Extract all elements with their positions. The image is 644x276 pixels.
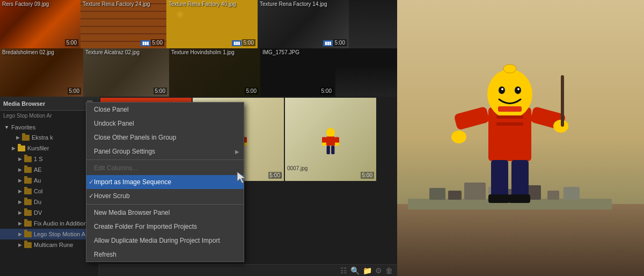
item-arrow: ▶ [18, 178, 22, 183]
thumbnail-row-2: Bredalsholmen 02.jpg 5:00 Texture Alcatr… [0, 48, 397, 97]
svg-rect-57 [511, 160, 529, 198]
status-icon-group: ☷ 🔍 📁 ⚙ 🗑 [340, 266, 393, 275]
item-label: 1 S [34, 156, 43, 162]
item-arrow: ▶ [18, 156, 22, 162]
thumb-item[interactable]: Texture Rena Factory 40.jpg 5:00 ▮▮▮ [166, 0, 258, 48]
menu-item-close-other-panels[interactable]: Close Other Panels in Group [86, 130, 244, 144]
menu-item-close-panel[interactable]: Close Panel [86, 103, 244, 117]
menu-item-undock-panel[interactable]: Undock Panel [86, 117, 244, 130]
sidebar-item[interactable]: ▶ Multicam Rune [0, 239, 99, 250]
menu-item-panel-group-settings[interactable]: Panel Group Settings ▶ [86, 144, 244, 158]
thumb-item[interactable]: Texture Alcatraz 02.jpg 5:00 [83, 48, 169, 97]
svg-rect-58 [488, 194, 510, 203]
sidebar-item[interactable]: ▶ Kursfiler [0, 143, 99, 154]
menu-item-label: Allow Duplicate Media During Project Imp… [94, 237, 220, 244]
delete-icon[interactable]: 🗑 [385, 266, 393, 275]
left-panel: Rers Factory 09.jpg 5:00 Texture Rena Fa… [0, 0, 397, 276]
folder-icon [22, 135, 30, 141]
sidebar-item[interactable]: ▶ Col [0, 186, 99, 197]
svg-rect-37 [448, 191, 462, 200]
thumb-item[interactable] [349, 0, 397, 48]
menu-item-label: Refresh [94, 251, 116, 258]
sidebar-item[interactable]: ▶ Fix Audio in Addition [0, 218, 99, 229]
panel-title: Media Browser [3, 100, 84, 107]
grid-icon[interactable]: ☷ [340, 266, 347, 275]
sidebar-item[interactable]: ▶ DV [0, 207, 99, 218]
menu-item-allow-duplicate[interactable]: Allow Duplicate Media During Project Imp… [86, 234, 244, 248]
svg-rect-17 [326, 136, 335, 146]
item-label: Au [34, 177, 41, 184]
svg-rect-55 [561, 75, 564, 127]
thumb-item[interactable]: Texture Hovindsholm 1.jpg 5:00 [169, 48, 260, 97]
thumb-label: Texture Rena Factory 40.jpg [169, 1, 236, 7]
item-label: AE [34, 166, 42, 173]
svg-rect-20 [322, 143, 326, 146]
menu-item-new-media-browser[interactable]: New Media Browser Panel [86, 206, 244, 220]
thumb-item[interactable]: Texture Rena Factory 14.jpg 5:00 ▮▮▮ [258, 0, 349, 48]
folder-icon [24, 156, 32, 162]
content-thumb-duration-badge: 5:00 [361, 172, 374, 179]
thumb-duration: 5:00 [245, 88, 258, 95]
item-arrow: ▶ [18, 199, 22, 205]
folder-icon[interactable]: 📁 [363, 266, 372, 275]
settings-icon[interactable]: ⚙ [375, 266, 382, 275]
svg-point-16 [326, 128, 335, 137]
menu-item-label: Close Panel [94, 106, 129, 113]
menu-item-refresh[interactable]: Refresh [86, 248, 244, 262]
item-label: Col [34, 188, 43, 194]
item-arrow: ▶ [16, 135, 20, 140]
favorites-header[interactable]: ▼ Favorites [0, 122, 99, 132]
menu-item-create-folder[interactable]: Create Folder For Imported Projects [86, 220, 244, 234]
menu-item-label: Edit Columns... [94, 164, 137, 172]
thumb-duration: 5:00 [65, 39, 78, 46]
thumb-item[interactable] [335, 48, 397, 97]
check-icon: ✓ [89, 192, 94, 200]
thumb-item[interactable]: Bredalsholmen 02.jpg 5:00 [0, 48, 83, 97]
menu-item-label: Close Other Panels in Group [94, 134, 176, 141]
content-thumb-label: 0007.jpg [287, 165, 308, 171]
item-label: Fix Audio in Addition [34, 220, 87, 227]
item-arrow: ▶ [18, 221, 22, 226]
folder-icon [24, 242, 32, 248]
content-thumb[interactable]: 0007.jpg 5:00 [285, 98, 376, 181]
sidebar-item[interactable]: ▶ Lego Stop Motion Animation [0, 229, 99, 239]
sidebar-item[interactable]: ▶ Ekstra k [0, 132, 99, 143]
item-arrow: ▶ [18, 188, 22, 194]
svg-point-50 [503, 64, 516, 73]
svg-rect-19 [335, 137, 339, 143]
expand-arrow: ▼ [4, 125, 9, 130]
menu-item-edit-columns: Edit Columns... [86, 161, 244, 175]
sidebar-item[interactable]: ▶ 1 S [0, 154, 99, 164]
menu-item-hover-scrub[interactable]: ✓ Hover Scrub [86, 189, 244, 203]
menu-item-label: Panel Group Settings [94, 148, 155, 155]
folder-icon [24, 210, 32, 216]
check-icon: ✓ [89, 178, 94, 186]
thumb-item[interactable]: IMG_1757.JPG 5:00 [260, 48, 335, 97]
svg-rect-21 [335, 143, 339, 146]
panel-header[interactable]: Media Browser ☰ [0, 97, 99, 111]
menu-item-import-image-sequence[interactable]: ✓ Import as Image Sequence [86, 175, 244, 189]
svg-rect-34 [397, 204, 644, 276]
thumbnail-row-1: Rers Factory 09.jpg 5:00 Texture Rena Fa… [0, 0, 397, 48]
svg-rect-38 [464, 183, 486, 200]
submenu-arrow: ▶ [235, 149, 239, 155]
thumb-label: Texture Rena Factory 14.jpg [260, 1, 327, 7]
sidebar: Media Browser ☰ Lego Stop Motion Ar ▼ Fa… [0, 97, 99, 276]
thumb-badge: ▮▮▮ [141, 40, 150, 46]
item-arrow: ▶ [18, 167, 22, 172]
sidebar-item[interactable]: ▶ Du [0, 197, 99, 207]
thumb-item[interactable]: Texture Rena Factory 24.jpg 5:00 ▮▮▮ [80, 0, 166, 48]
thumb-item[interactable]: Rers Factory 09.jpg 5:00 [0, 0, 80, 48]
thumb-label: Texture Rena Factory 24.jpg [83, 1, 150, 7]
sidebar-item[interactable]: ▶ Au [0, 175, 99, 186]
folder-icon [24, 167, 32, 173]
folder-icon [24, 178, 32, 184]
svg-rect-59 [509, 194, 530, 203]
lego-scene [397, 0, 644, 276]
sidebar-item[interactable]: ▶ AE [0, 164, 99, 175]
search-icon[interactable]: 🔍 [350, 266, 360, 275]
thumb-duration: 5:00 [153, 88, 167, 95]
svg-point-49 [517, 88, 519, 90]
svg-point-53 [451, 130, 466, 143]
menu-item-label: Import as Image Sequence [94, 178, 171, 186]
